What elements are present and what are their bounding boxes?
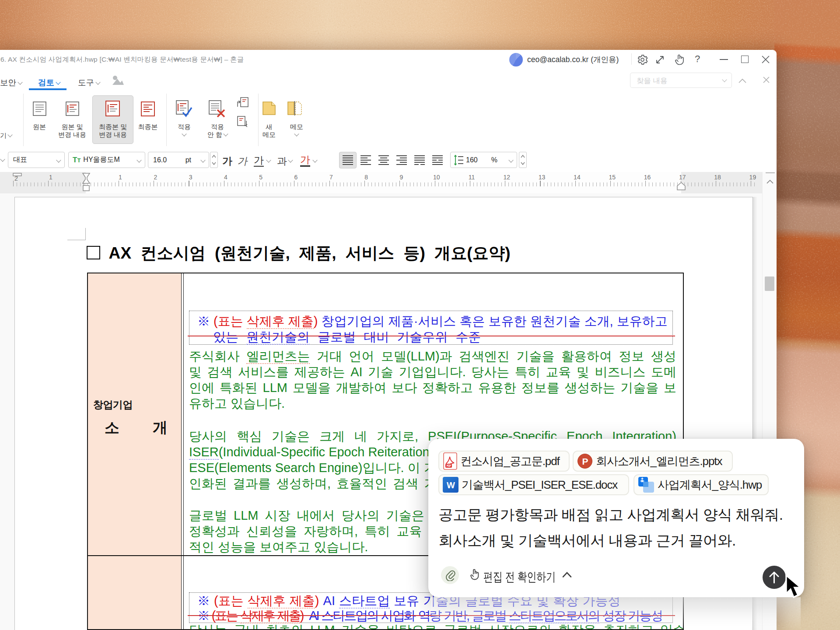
svg-text:P: P bbox=[582, 456, 588, 466]
svg-text:PDF: PDF bbox=[447, 464, 452, 467]
svg-text:W: W bbox=[447, 480, 455, 490]
